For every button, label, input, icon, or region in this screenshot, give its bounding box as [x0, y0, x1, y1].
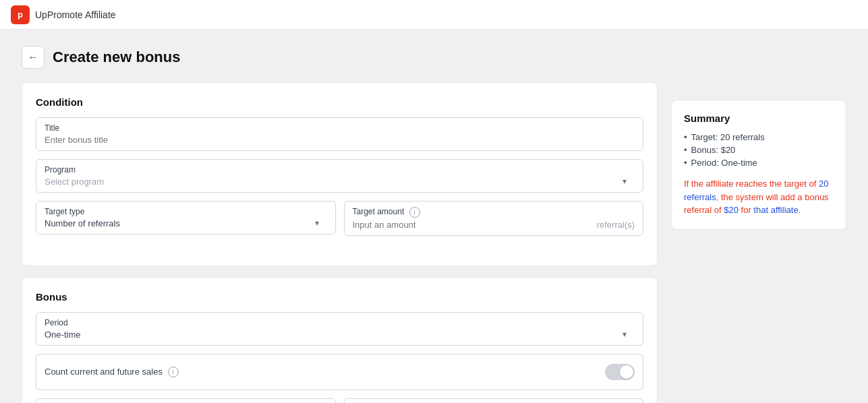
target-row: Target type Number of referrals Revenue …	[36, 201, 643, 252]
condition-card: Condition Title Program Select program ▾	[22, 82, 658, 266]
target-type-field-box: Target type Number of referrals Revenue …	[36, 201, 336, 235]
count-sales-row: Count current and future sales i	[36, 354, 643, 390]
summary-description: If the affiliate reaches the target of 2…	[684, 177, 834, 217]
page-title: Create new bonus	[53, 49, 180, 66]
summary-item-bonus: Bonus: $20	[684, 145, 834, 155]
bonus-type-field-box: Bonus type Fixed amount Percentage ▾	[36, 398, 336, 403]
target-type-select-wrapper: Number of referrals Revenue ▾	[45, 218, 327, 228]
summary-target-highlight: 20 referrals	[684, 179, 828, 202]
target-amount-info-icon[interactable]: i	[409, 207, 420, 218]
page-title-row: ← Create new bonus	[22, 46, 658, 69]
right-panel: Summary Target: 20 referrals Bonus: $20 …	[671, 46, 846, 403]
summary-bonus-highlight: $20	[724, 205, 739, 215]
logo-icon: p	[11, 5, 30, 24]
count-sales-label: Count current and future sales i	[45, 367, 179, 378]
back-button[interactable]: ←	[22, 46, 45, 69]
left-panel: ← Create new bonus Condition Title Progr…	[22, 46, 658, 403]
app-logo: p UpPromote Affiliate	[11, 5, 116, 24]
header: p UpPromote Affiliate	[0, 0, 868, 30]
title-label: Title	[45, 123, 635, 133]
target-type-select[interactable]: Number of referrals Revenue	[45, 218, 327, 228]
summary-affiliate-highlight: that affiliate	[753, 205, 798, 215]
bonus-row: Bonus type Fixed amount Percentage ▾	[36, 398, 643, 403]
main-content: ← Create new bonus Condition Title Progr…	[0, 30, 868, 403]
target-amount-input[interactable]	[353, 220, 581, 230]
summary-item-target: Target: 20 referrals	[684, 132, 834, 142]
condition-section-title: Condition	[36, 96, 643, 108]
bonus-section-title: Bonus	[36, 291, 643, 303]
period-form-group: Period One-time Monthly Yearly ▾	[36, 312, 643, 346]
target-type-label: Target type	[45, 207, 327, 216]
program-select[interactable]: Select program	[45, 177, 635, 187]
title-form-group: Title	[36, 117, 643, 151]
target-amount-field-box: Target amount i referral(s)	[344, 201, 644, 236]
period-select[interactable]: One-time Monthly Yearly	[45, 330, 635, 340]
bonus-card: Bonus Period One-time Monthly Yearly ▾	[22, 277, 658, 403]
back-icon: ←	[28, 51, 38, 63]
summary-card: Summary Target: 20 referrals Bonus: $20 …	[671, 100, 846, 230]
target-amount-label: Target amount i	[353, 207, 635, 218]
count-sales-toggle[interactable]	[605, 364, 635, 380]
program-field-box: Program Select program ▾	[36, 159, 643, 193]
program-select-wrapper: Select program ▾	[45, 176, 635, 187]
period-select-wrapper: One-time Monthly Yearly ▾	[45, 329, 635, 340]
summary-list: Target: 20 referrals Bonus: $20 Period: …	[684, 132, 834, 168]
bonus-type-form-group: Bonus type Fixed amount Percentage ▾	[36, 398, 336, 403]
program-form-group: Program Select program ▾	[36, 159, 643, 193]
count-sales-info-icon[interactable]: i	[168, 367, 179, 377]
title-field-box: Title	[36, 117, 643, 151]
target-type-form-group: Target type Number of referrals Revenue …	[36, 201, 336, 244]
period-field-box: Period One-time Monthly Yearly ▾	[36, 312, 643, 346]
bonus-amount-field-box: Bonus amount $	[344, 398, 644, 403]
target-amount-form-group: Target amount i referral(s)	[344, 201, 644, 244]
summary-item-period: Period: One-time	[684, 158, 834, 168]
period-label: Period	[45, 318, 635, 328]
target-amount-input-wrapper: referral(s)	[353, 219, 635, 230]
title-input[interactable]	[45, 135, 635, 145]
target-amount-suffix: referral(s)	[597, 220, 635, 230]
app-name: UpPromote Affiliate	[35, 9, 116, 20]
bonus-amount-form-group: Bonus amount $	[344, 398, 644, 403]
program-label: Program	[45, 165, 635, 175]
summary-title: Summary	[684, 113, 834, 124]
